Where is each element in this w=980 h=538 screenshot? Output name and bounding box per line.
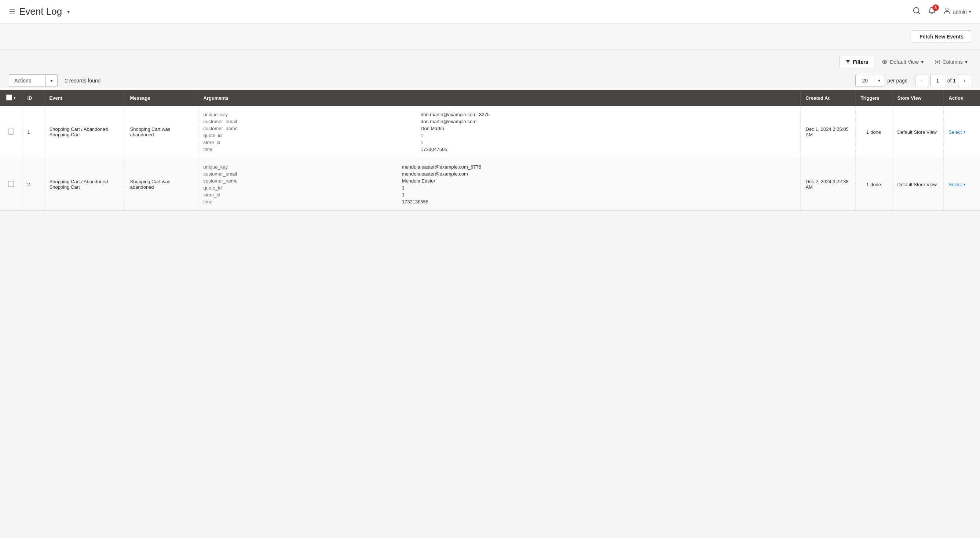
notification-button[interactable]: 3: [928, 6, 936, 17]
row-1-event: Shopping Cart / Abandoned Shopping Cart: [44, 106, 125, 158]
row-1-store-view: Default Store View: [892, 106, 943, 158]
per-page-label: per page: [887, 78, 907, 84]
per-page-value: 20: [856, 75, 874, 86]
actions-row: Actions ▾ 2 records found 20 ▾ per page …: [0, 71, 980, 90]
arg-val-quote_id: 1: [402, 184, 795, 191]
actions-dropdown-arrow[interactable]: ▾: [46, 75, 57, 86]
row-2-trigger-count: 1: [866, 182, 869, 187]
th-checkbox[interactable]: ▾: [0, 90, 22, 106]
row-1-message: Shopping Cart was abandoned: [125, 106, 198, 158]
arg-key-time: time: [204, 146, 421, 153]
select-all-checkbox[interactable]: [6, 95, 12, 100]
arg-val-unique_key: mendola.easter@example.com_6776: [402, 163, 795, 170]
arg-key-quote_id: quote_id: [204, 184, 402, 191]
arg-val-unique_key: don.martin@example.com_8275: [421, 111, 795, 118]
notification-badge: 3: [932, 5, 939, 11]
columns-label: Columns: [943, 59, 963, 65]
pagination: ‹ of 1 ›: [915, 74, 971, 87]
row-2-trigger-status: done: [870, 182, 881, 187]
arg-key-time: time: [204, 198, 402, 205]
view-button[interactable]: Default View ▾: [878, 57, 927, 67]
search-icon[interactable]: [913, 6, 921, 16]
arg-val-customer_name: Mendola Easter: [402, 178, 795, 184]
arg-val-store_id: 1: [402, 191, 795, 198]
row-2-checkbox-cell: [0, 158, 22, 211]
row-2-created-at: Dec 2, 2024 3:22:38 AM: [800, 158, 855, 211]
svg-marker-3: [846, 60, 851, 64]
th-store-view[interactable]: Store View: [892, 90, 943, 106]
row-1-select-arrow: ▾: [964, 130, 966, 135]
th-event[interactable]: Event: [44, 90, 125, 106]
row-1-arguments: unique_keydon.martin@example.com_8275cus…: [198, 106, 800, 158]
filters-label: Filters: [853, 59, 868, 65]
toolbar: Filters Default View ▾ Columns ▾: [0, 50, 980, 71]
view-icon: [882, 59, 888, 65]
per-page-select[interactable]: 20 ▾: [855, 75, 884, 86]
arg-val-customer_email: don.martin@example.com: [421, 118, 795, 125]
th-triggers[interactable]: Triggers: [855, 90, 892, 106]
columns-dropdown-icon: ▾: [965, 59, 967, 65]
select-all-arrow[interactable]: ▾: [14, 96, 15, 100]
top-header: ☰ Event Log ▾ 3 admin ▾: [0, 0, 980, 24]
table-row: 2Shopping Cart / Abandoned Shopping Cart…: [0, 158, 980, 211]
row-1-checkbox[interactable]: [8, 129, 14, 135]
arg-key-store_id: store_id: [204, 139, 421, 146]
fetch-bar: Fetch New Events: [0, 24, 980, 50]
row-1-trigger-status: done: [870, 129, 881, 135]
view-label: Default View: [890, 59, 918, 65]
table-header-row: ▾ ID Event Message Arguments Created At …: [0, 90, 980, 106]
view-dropdown-icon: ▾: [921, 59, 924, 65]
svg-point-4: [884, 61, 885, 63]
per-page-wrapper: 20 ▾ per page: [855, 75, 907, 86]
row-1-select-button[interactable]: Select▾: [949, 129, 975, 135]
arg-val-customer_email: mendola.easter@example.com: [402, 170, 795, 178]
actions-dropdown[interactable]: Actions ▾: [9, 75, 57, 87]
arg-key-customer_name: customer_name: [204, 178, 402, 184]
title-dropdown-icon[interactable]: ▾: [67, 9, 70, 15]
row-2-triggers: 1done: [855, 158, 892, 211]
arg-key-store_id: store_id: [204, 191, 402, 198]
filter-icon: [845, 59, 851, 65]
row-2-arguments: unique_keymendola.easter@example.com_677…: [198, 158, 800, 211]
user-menu[interactable]: admin ▾: [943, 7, 971, 16]
arg-val-time: 1733047505: [421, 146, 795, 153]
user-name-label: admin: [953, 9, 967, 15]
th-message[interactable]: Message: [125, 90, 198, 106]
page-of-label: of 1: [947, 78, 956, 84]
prev-page-button[interactable]: ‹: [915, 74, 928, 87]
arg-val-time: 1733138558: [402, 198, 795, 205]
event-log-table: ▾ ID Event Message Arguments Created At …: [0, 90, 980, 211]
actions-label: Actions: [9, 75, 46, 86]
arg-key-customer_email: customer_email: [204, 118, 421, 125]
hamburger-icon[interactable]: ☰: [9, 7, 15, 16]
svg-point-2: [946, 8, 948, 11]
row-2-event: Shopping Cart / Abandoned Shopping Cart: [44, 158, 125, 211]
row-2-id: 2: [22, 158, 44, 211]
user-dropdown-icon: ▾: [969, 9, 971, 14]
arg-val-quote_id: 1: [421, 132, 795, 139]
row-2-select-arrow: ▾: [964, 182, 966, 187]
arg-key-quote_id: quote_id: [204, 132, 421, 139]
page-number-input[interactable]: [931, 74, 945, 87]
th-arguments[interactable]: Arguments: [198, 90, 800, 106]
arg-val-store_id: 1: [421, 139, 795, 146]
arg-val-customer_name: Don Martin: [421, 125, 795, 132]
th-created-at[interactable]: Created At: [800, 90, 855, 106]
row-2-select-button[interactable]: Select▾: [949, 182, 975, 187]
filters-button[interactable]: Filters: [839, 56, 874, 68]
next-page-button[interactable]: ›: [958, 74, 971, 87]
row-2-checkbox[interactable]: [8, 181, 14, 187]
table-row: 1Shopping Cart / Abandoned Shopping Cart…: [0, 106, 980, 158]
records-count: 2 records found: [65, 78, 100, 84]
row-1-trigger-count: 1: [866, 129, 869, 135]
th-action[interactable]: Action: [943, 90, 980, 106]
row-1-created-at: Dec 1, 2024 2:05:05 AM: [800, 106, 855, 158]
th-id[interactable]: ID: [22, 90, 44, 106]
row-2-message: Shopping Cart was abandoned: [125, 158, 198, 211]
columns-icon: [934, 59, 940, 65]
columns-button[interactable]: Columns ▾: [931, 57, 971, 67]
arg-key-customer_name: customer_name: [204, 125, 421, 132]
svg-point-5: [937, 61, 938, 63]
fetch-new-events-button[interactable]: Fetch New Events: [912, 30, 971, 43]
per-page-arrow[interactable]: ▾: [874, 76, 884, 86]
